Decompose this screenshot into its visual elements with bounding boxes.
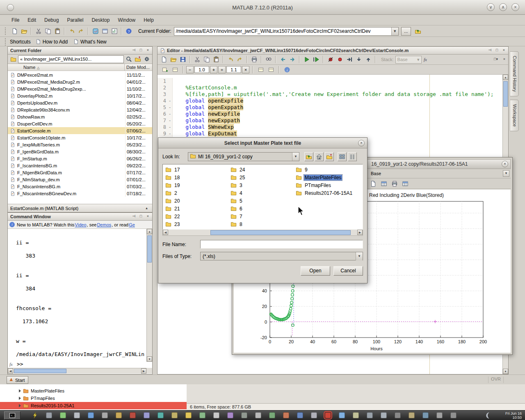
scroll-down-button[interactable]: ▼ (147, 356, 152, 362)
taskbar-app-icon[interactable] (395, 412, 401, 418)
browse-folder-button[interactable]: ... (401, 27, 411, 36)
dialog-folder-item[interactable]: 3 (231, 181, 293, 189)
search-button[interactable] (125, 55, 133, 63)
scrollbar-thumb[interactable] (147, 235, 152, 262)
up-folder-button[interactable] (304, 152, 313, 161)
taskbar-app-icon[interactable] (255, 412, 261, 418)
menu-window[interactable]: Window (114, 16, 139, 24)
help-button[interactable]: ? (124, 27, 133, 36)
taskbar-active-terminal-button[interactable]: >_ (4, 411, 21, 420)
scroll-up-button[interactable]: ▲ (503, 75, 508, 80)
taskbar-app-icon[interactable] (311, 412, 317, 418)
side-tab-workspace[interactable]: Workspace (510, 100, 519, 131)
guide-button[interactable] (100, 27, 110, 36)
demos-link[interactable]: Demos (97, 222, 111, 227)
chevron-down-icon[interactable]: ▼ (292, 153, 299, 161)
scroll-left-button[interactable]: ◀ (8, 368, 13, 374)
scroll-right-button[interactable]: ▶ (141, 368, 146, 374)
dialog-folder-item[interactable]: 2 (165, 189, 228, 197)
print-button[interactable] (390, 180, 399, 188)
taskbar-app-icon[interactable] (102, 412, 108, 418)
file-row[interactable]: F_NIgenBkGrdData.m07/17/2... (8, 169, 152, 176)
cell-multiplier-field[interactable]: 1.1 (226, 66, 241, 73)
lightning-icon[interactable] (32, 412, 39, 420)
close-button[interactable]: × (511, 3, 519, 11)
scroll-left-button[interactable]: ◀ (163, 230, 168, 235)
dialog-folder-item[interactable]: 7 (231, 212, 293, 220)
taskbar-app-icon[interactable] (88, 412, 94, 418)
getting-started-link[interactable]: Ge (129, 222, 135, 227)
menu-parallel[interactable]: Parallel (63, 16, 87, 24)
step-button[interactable] (345, 55, 354, 64)
step-in-button[interactable] (354, 55, 363, 64)
date-column-header[interactable]: Date Mod... (124, 64, 152, 71)
scrollbar-thumb[interactable] (503, 81, 508, 107)
taskbar-app-icon[interactable] (422, 412, 429, 418)
dialog-folder-item[interactable]: MasterPlateFiles (296, 173, 358, 181)
tree-item[interactable]: Results2016-10-25A1 (0, 402, 187, 409)
taskbar-app-icon[interactable] (171, 412, 178, 418)
dialog-folder-item[interactable]: 25 (231, 173, 293, 181)
command-window-close-button[interactable]: × (145, 214, 151, 219)
taskbar-app-icon[interactable] (450, 412, 457, 418)
cell-button[interactable] (256, 65, 265, 74)
bp-clear-button[interactable] (326, 55, 335, 64)
file-row[interactable]: DsuperCellDev.m05/20/2... (8, 120, 152, 127)
taskbar-app-icon[interactable] (325, 412, 331, 418)
new-doc-button[interactable] (10, 27, 19, 36)
table-button[interactable] (380, 180, 388, 188)
dialog-folder-item[interactable]: PTmapFiles (296, 181, 358, 189)
gear-button[interactable] (143, 55, 151, 63)
forward-button[interactable] (288, 55, 297, 64)
cell-value-field[interactable]: 1.0 (194, 66, 209, 73)
file-row[interactable]: DMPexcel2mat.m11/11/2... (8, 71, 152, 78)
chevron-down-icon[interactable]: ▼ (391, 27, 398, 35)
tree-item[interactable]: MasterPlateFiles (0, 387, 187, 395)
undo-button[interactable] (67, 27, 76, 36)
cancel-button[interactable]: Cancel (333, 266, 363, 276)
current-folder-close-button[interactable]: × (145, 48, 151, 53)
command-window-vertical-scrollbar[interactable]: ▲ ▼ (146, 229, 152, 362)
scrollbar-thumb[interactable] (210, 230, 351, 235)
print-button[interactable] (249, 55, 259, 64)
fx-icon[interactable]: fx (9, 362, 13, 367)
profiler-button[interactable] (110, 27, 119, 36)
scroll-down-button[interactable]: ▼ (503, 369, 508, 374)
stack-combo[interactable]: Base▾ (395, 56, 422, 64)
cut-button[interactable] (34, 27, 43, 36)
view-list-button[interactable] (348, 152, 357, 161)
taskbar-app-icon[interactable] (353, 412, 359, 418)
expander-icon[interactable] (19, 397, 21, 400)
step-out-button[interactable] (363, 55, 373, 64)
shortcut-how-to-add[interactable]: How to Add (36, 39, 68, 45)
expander-icon[interactable] (19, 389, 21, 393)
run-section-button[interactable] (311, 55, 321, 64)
taskbar-app-icon[interactable] (199, 412, 205, 418)
close-icon[interactable]: × (358, 140, 365, 146)
dialog-folder-item[interactable]: 18 (165, 173, 228, 181)
dialog-folder-item[interactable]: 19 (165, 181, 228, 189)
cell-divide-button[interactable]: ÷ (218, 66, 226, 73)
redo-button[interactable] (76, 27, 86, 36)
cell-multiply-button[interactable]: × (242, 66, 249, 73)
current-folder-path-combo[interactable]: /media/data/EASY/InovImager_jwrCF_WINLin… (174, 27, 399, 36)
new-folder-button[interactable] (325, 152, 334, 161)
files-of-type-combo[interactable]: (*.xls) ▼ (200, 252, 363, 260)
look-in-combo[interactable]: MI 16_0919_yor1-2 copy ▼ (188, 152, 299, 161)
bp-set-button[interactable] (335, 55, 345, 64)
view-grid-button[interactable] (338, 152, 347, 161)
taskbar-app-icon[interactable] (227, 412, 233, 418)
file-row[interactable]: F_NIscanIntensBGnewDev.m07/18/2... (8, 190, 152, 197)
chevron-down-icon[interactable]: ▼ (503, 170, 509, 177)
start-button[interactable]: Start (7, 376, 28, 384)
open-folder-button[interactable] (169, 55, 178, 64)
taskbar-app-icon[interactable] (297, 412, 303, 418)
taskbar-app-icon[interactable] (213, 412, 219, 418)
table-button[interactable] (401, 180, 409, 188)
file-row[interactable]: DshowRaw.m02/25/2... (8, 113, 152, 120)
taskbar-app-icon[interactable] (339, 412, 345, 418)
menu-edit[interactable]: Edit (23, 16, 40, 24)
taskbar-app-icon[interactable] (436, 412, 443, 418)
simulink-button[interactable] (91, 27, 100, 36)
fx-button[interactable]: fx (422, 55, 431, 64)
